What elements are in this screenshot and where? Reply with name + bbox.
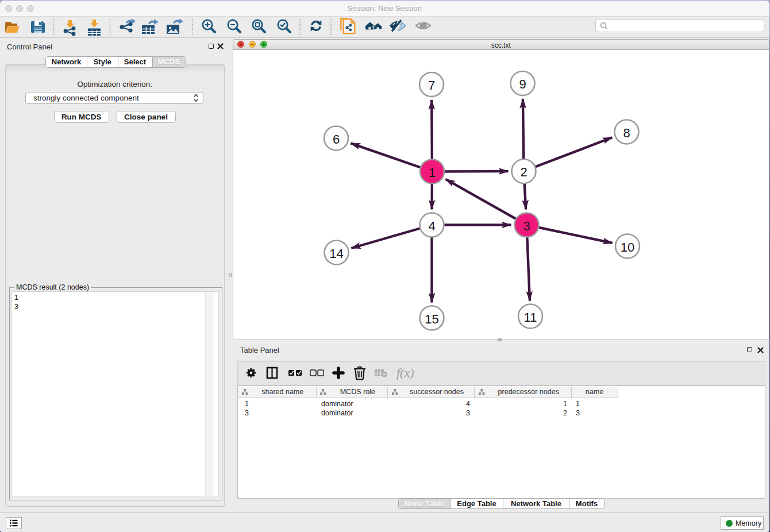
svg-text:10: 10 bbox=[621, 240, 634, 255]
svg-text:2: 2 bbox=[520, 165, 527, 179]
svg-text:3: 3 bbox=[523, 219, 530, 233]
svg-text:7: 7 bbox=[428, 78, 435, 92]
svg-text:9: 9 bbox=[519, 77, 526, 91]
svg-text:6: 6 bbox=[333, 132, 340, 147]
svg-text:8: 8 bbox=[623, 126, 630, 140]
svg-text:11: 11 bbox=[524, 310, 537, 325]
svg-text:15: 15 bbox=[425, 312, 438, 326]
svg-text:14: 14 bbox=[329, 246, 343, 261]
svg-text:1: 1 bbox=[429, 165, 436, 180]
svg-text:4: 4 bbox=[428, 219, 435, 233]
